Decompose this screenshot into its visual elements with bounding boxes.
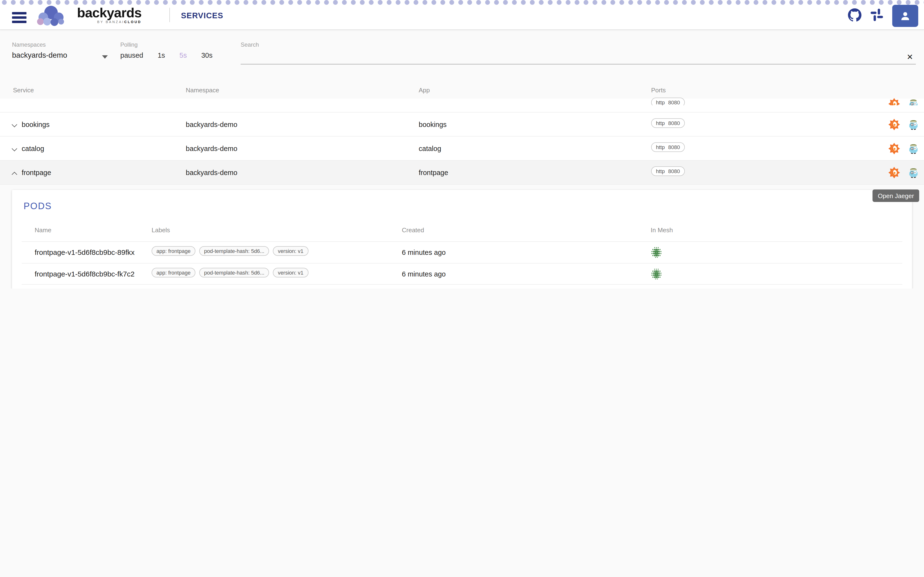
search-underline	[241, 64, 916, 64]
mesh-dots-icon	[651, 247, 662, 260]
chevron-down-icon[interactable]	[12, 146, 17, 152]
port-chip: http8080	[651, 166, 685, 176]
column-pod-labels: Labels	[152, 226, 170, 234]
brand-name: backyards	[77, 6, 142, 20]
pod-created: 6 minutes ago	[402, 248, 446, 256]
polling-label: Polling	[120, 41, 137, 48]
filter-bar: Namespaces backyards-demo Polling paused…	[0, 30, 924, 77]
service-name: bookings	[22, 121, 50, 128]
service-row-content: frontpagebackyards-demofrontpagehttp8080	[0, 161, 924, 184]
ports-cell: http8080	[651, 118, 685, 128]
menu-icon[interactable]	[12, 12, 26, 25]
service-namespace: backyards-demo	[186, 121, 237, 128]
grafana-icon[interactable]	[888, 119, 900, 130]
service-row-bookings[interactable]: bookingsbackyards-demobookingshttp8080	[0, 113, 924, 137]
page-title: SERVICES	[181, 11, 223, 20]
column-pod-created: Created	[402, 226, 424, 234]
pod-labels: app: frontpagepod-template-hash: 5d6...v…	[152, 268, 312, 277]
jaeger-icon[interactable]	[908, 98, 919, 105]
label-chip: app: frontpage	[152, 268, 195, 277]
app-bar: backyards BY BANZAICLOUD SERVICES	[0, 0, 924, 30]
search-input[interactable]	[241, 48, 902, 61]
search-label: Search	[241, 41, 259, 48]
jaeger-icon[interactable]	[908, 119, 919, 130]
grafana-icon[interactable]	[888, 143, 900, 154]
service-row-content: http8080	[0, 92, 924, 105]
pod-name: frontpage-v1-5d6f8cb9bc-fk7c2	[35, 269, 134, 278]
pod-rows: frontpage-v1-5d6f8cb9bc-89fkxapp: frontp…	[22, 242, 902, 285]
label-chip: version: v1	[273, 246, 308, 256]
chevron-down-icon[interactable]	[12, 122, 17, 127]
pod-row: frontpage-v1-5d6f8cb9bc-fk7c2app: frontp…	[22, 263, 902, 285]
polling-option-1s[interactable]: 1s	[158, 52, 165, 59]
service-row-frontpage[interactable]: frontpagebackyards-demofrontpagehttp8080	[0, 161, 924, 185]
service-rows-top: http8080bookingsbackyards-demobookingsht…	[0, 98, 924, 185]
service-app: bookings	[419, 121, 447, 128]
grafana-icon[interactable]	[888, 167, 900, 178]
label-chip: app: frontpage	[152, 246, 195, 256]
pod-created: 6 minutes ago	[402, 270, 446, 278]
service-namespace: backyards-demo	[186, 145, 237, 152]
mesh-dots-icon	[651, 268, 662, 282]
decorative-dotted-border	[0, 0, 924, 6]
service-row-partial[interactable]: http8080	[0, 98, 924, 113]
user-button[interactable]	[892, 5, 918, 27]
namespaces-select[interactable]: backyards-demo	[12, 51, 67, 60]
pods-title: PODS	[24, 201, 52, 211]
pod-labels: app: frontpagepod-template-hash: 5d6...v…	[152, 246, 312, 256]
service-row-catalog[interactable]: catalogbackyards-democataloghttp8080	[0, 137, 924, 161]
ports-cell: http8080	[651, 166, 685, 176]
column-pod-inmesh: In Mesh	[651, 226, 673, 234]
label-chip: version: v1	[273, 268, 308, 277]
label-chip: pod-template-hash: 5d6...	[199, 268, 269, 277]
service-row-content: catalogbackyards-democataloghttp8080	[0, 137, 924, 160]
pods-panel: PODS Name Labels Created In Mesh frontpa…	[12, 190, 912, 288]
service-row-content: bookingsbackyards-demobookingshttp8080	[0, 113, 924, 136]
service-app: frontpage	[419, 169, 448, 176]
ports-cell: http8080	[651, 142, 685, 152]
chevron-down-icon[interactable]	[102, 55, 108, 59]
x-clear-icon[interactable]: ✕	[907, 53, 913, 61]
polling-option-paused[interactable]: paused	[120, 52, 143, 59]
service-namespace: backyards-demo	[186, 169, 237, 176]
column-pod-name: Name	[35, 226, 51, 234]
backyards-services-page: backyards BY BANZAICLOUD SERVICES Namesp…	[0, 0, 924, 288]
header-divider	[170, 8, 170, 22]
port-chip: http8080	[651, 98, 685, 105]
namespaces-label: Namespaces	[12, 41, 46, 48]
port-chip: http8080	[651, 142, 685, 152]
open-jaeger-tooltip: Open Jaeger	[872, 189, 919, 202]
service-name: frontpage	[22, 169, 51, 176]
service-app: catalog	[419, 145, 441, 152]
port-chip: http8080	[651, 118, 685, 128]
pod-name: frontpage-v1-5d6f8cb9bc-89fkx	[35, 248, 134, 256]
polling-option-30s[interactable]: 30s	[201, 52, 212, 59]
backyards-cloud-logo	[37, 4, 67, 26]
slack-icon[interactable]	[870, 8, 884, 22]
polling-option-5s[interactable]: 5s	[179, 52, 187, 59]
ports-cell: http8080	[651, 98, 685, 105]
pod-row: frontpage-v1-5d6f8cb9bc-89fkxapp: frontp…	[22, 242, 902, 263]
polling-options: paused1s5s30s	[120, 52, 212, 59]
jaeger-icon[interactable]	[908, 167, 919, 178]
service-name: catalog	[22, 145, 44, 152]
github-icon[interactable]	[848, 8, 861, 22]
brand: backyards BY BANZAICLOUD	[77, 6, 142, 24]
chevron-up-icon[interactable]	[12, 172, 17, 177]
label-chip: pod-template-hash: 5d6...	[199, 246, 269, 256]
jaeger-icon[interactable]	[908, 143, 919, 154]
grafana-icon[interactable]	[888, 98, 900, 105]
user-icon	[899, 10, 911, 22]
brand-subtitle: BY BANZAICLOUD	[77, 20, 142, 24]
